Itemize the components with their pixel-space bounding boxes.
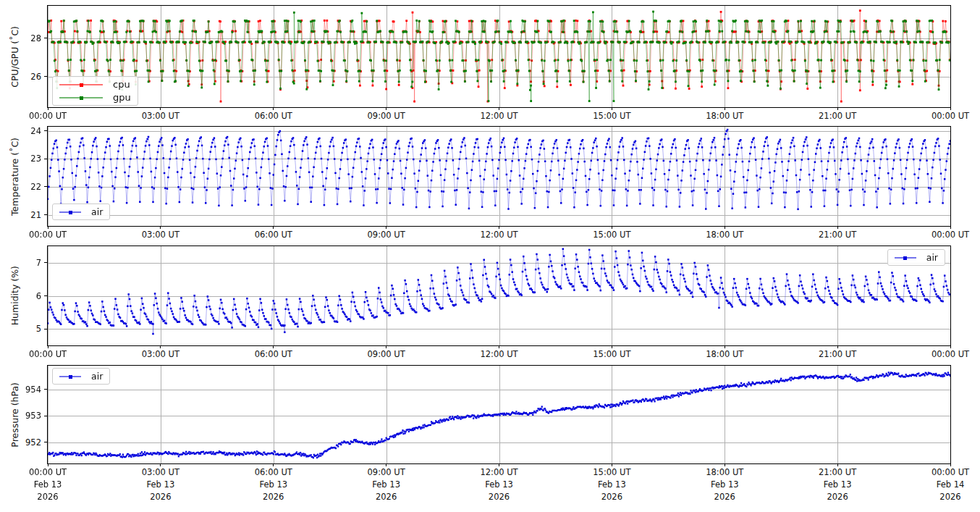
x-tick-mark	[950, 226, 951, 229]
x-tick-year: 2026	[343, 492, 430, 502]
legend-line-marker-icon	[895, 253, 916, 261]
legend-entry-gpu: gpu	[59, 92, 131, 103]
y-tick-label: 23	[0, 153, 41, 164]
x-tick-label: 03:00 UT	[117, 349, 204, 359]
y-tick-mark	[44, 159, 47, 159]
x-tick-mark	[725, 226, 725, 229]
x-tick-mark	[160, 345, 161, 348]
x-tick-mark	[386, 107, 386, 110]
x-tick-mark	[160, 226, 161, 229]
y-tick-mark	[44, 186, 47, 187]
x-tick-date: Feb 13	[681, 479, 768, 490]
figure: CPU/GPU (˚C) Temperature (˚C) Humidity (…	[0, 0, 980, 512]
x-tick-mark	[386, 463, 386, 466]
x-tick-year: 2026	[794, 492, 881, 502]
x-tick-mark	[160, 107, 161, 110]
x-tick-year: 2026	[4, 492, 91, 502]
y-tick-mark	[44, 295, 47, 296]
pressure-chart-canvas	[48, 366, 950, 463]
y-tick-mark	[44, 38, 47, 38]
plot-area-humidity: air	[47, 245, 951, 346]
y-tick-label: 21	[0, 209, 41, 221]
legend-entry-air: air	[895, 252, 938, 263]
y-tick-label: 953	[0, 410, 41, 421]
x-tick-label: 03:00 UT	[117, 111, 204, 121]
x-tick-mark	[273, 107, 274, 110]
x-tick-mark	[612, 463, 612, 466]
x-tick-label: 21:00 UT	[794, 467, 881, 477]
x-tick-mark	[612, 226, 612, 229]
y-tick-label: 952	[0, 437, 41, 448]
x-tick-mark	[837, 226, 838, 229]
temperature-chart-canvas	[48, 127, 950, 226]
x-tick-mark	[837, 463, 838, 466]
y-tick-mark	[44, 389, 47, 390]
y-tick-label: 22	[0, 181, 41, 193]
legend-label: air	[926, 252, 938, 263]
x-tick-label: 09:00 UT	[343, 467, 430, 477]
x-tick-mark	[48, 345, 48, 348]
x-tick-year: 2026	[568, 492, 655, 502]
x-tick-mark	[499, 107, 499, 110]
y-tick-mark	[44, 262, 47, 263]
x-tick-date: Feb 13	[568, 479, 655, 490]
x-tick-label: 21:00 UT	[794, 230, 881, 240]
x-tick-date: Feb 14	[907, 479, 980, 490]
y-tick-mark	[44, 214, 47, 215]
x-tick-mark	[950, 107, 951, 110]
x-tick-year: 2026	[230, 492, 317, 502]
x-tick-mark	[48, 226, 48, 229]
x-tick-mark	[273, 463, 274, 466]
legend-line-marker-icon	[59, 93, 103, 101]
legend-entry-cpu: cpu	[59, 79, 131, 90]
y-tick-label: 7	[0, 257, 41, 269]
x-tick-label: 00:00 UT	[907, 111, 980, 121]
plot-area-temperature: air	[47, 126, 951, 227]
x-tick-date: Feb 13	[4, 479, 91, 490]
x-tick-mark	[48, 463, 48, 466]
x-tick-date: Feb 13	[794, 479, 881, 490]
legend-label: gpu	[113, 92, 131, 103]
plot-area-cpu-gpu: cpugpu	[47, 5, 951, 108]
y-tick-label: 5	[0, 323, 41, 335]
x-tick-label: 06:00 UT	[230, 230, 317, 240]
legend-cpu-gpu: cpugpu	[52, 76, 138, 106]
legend-temperature: air	[52, 203, 110, 220]
x-tick-label: 06:00 UT	[230, 467, 317, 477]
x-tick-mark	[837, 107, 838, 110]
y-tick-label: 24	[0, 125, 41, 137]
x-tick-mark	[837, 345, 838, 348]
x-tick-label: 18:00 UT	[681, 230, 768, 240]
x-tick-label: 15:00 UT	[568, 467, 655, 477]
x-tick-label: 12:00 UT	[456, 467, 543, 477]
x-tick-label: 18:00 UT	[681, 349, 768, 359]
y-tick-mark	[44, 130, 47, 131]
y-tick-mark	[44, 76, 47, 77]
x-tick-mark	[725, 463, 725, 466]
x-tick-label: 21:00 UT	[794, 111, 881, 121]
x-tick-date: Feb 13	[343, 479, 430, 490]
legend-label: air	[91, 206, 103, 217]
legend-pressure: air	[52, 368, 110, 385]
x-tick-mark	[160, 463, 161, 466]
x-tick-label: 12:00 UT	[456, 111, 543, 121]
x-tick-label: 21:00 UT	[794, 349, 881, 359]
y-tick-label: 28	[0, 33, 41, 44]
cpu-gpu-chart-canvas	[48, 6, 950, 107]
legend-line-marker-icon	[59, 372, 81, 380]
x-tick-label: 06:00 UT	[230, 349, 317, 359]
x-tick-label: 00:00 UT	[907, 349, 980, 359]
legend-humidity: air	[887, 249, 945, 266]
legend-entry-air: air	[59, 206, 103, 217]
y-axis-label-cpu-gpu: CPU/GPU (˚C)	[3, 6, 26, 107]
x-tick-label: 00:00 UT	[4, 111, 91, 121]
x-tick-mark	[725, 345, 725, 348]
x-tick-date: Feb 13	[117, 479, 204, 490]
x-tick-mark	[950, 463, 951, 466]
x-tick-label: 00:00 UT	[907, 467, 980, 477]
y-tick-label: 26	[0, 71, 41, 83]
x-tick-mark	[499, 463, 499, 466]
x-tick-mark	[612, 107, 612, 110]
x-tick-mark	[273, 226, 274, 229]
x-tick-mark	[612, 345, 612, 348]
